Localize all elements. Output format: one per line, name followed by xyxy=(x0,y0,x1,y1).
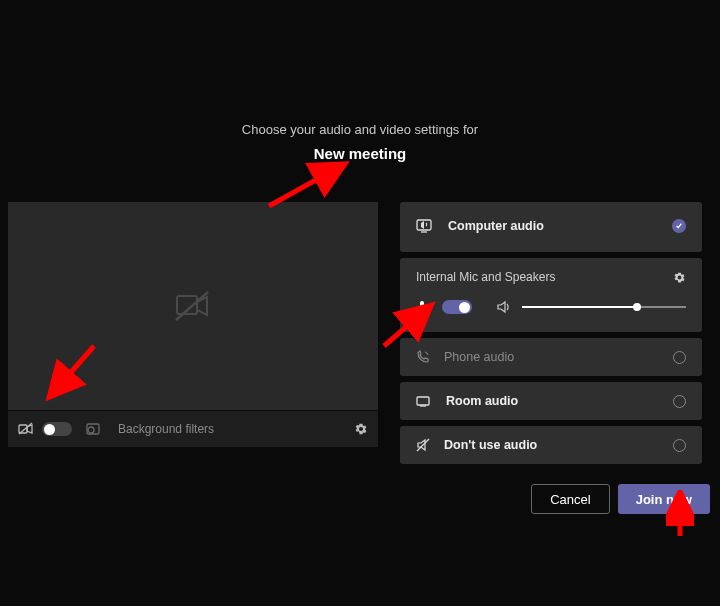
join-now-button[interactable]: Join now xyxy=(618,484,710,514)
audio-device-panel: Internal Mic and Speakers xyxy=(400,258,702,332)
no-audio-radio[interactable] xyxy=(673,439,686,452)
computer-audio-option[interactable]: Computer audio xyxy=(400,202,702,252)
video-settings-gear-icon[interactable] xyxy=(354,422,368,436)
volume-fill xyxy=(522,306,637,308)
microphone-icon xyxy=(416,300,428,314)
bg-filters-icon xyxy=(86,423,100,435)
audio-settings-gear-icon[interactable] xyxy=(673,271,686,284)
selected-check-icon xyxy=(672,219,686,233)
computer-audio-icon xyxy=(416,218,434,234)
svg-rect-8 xyxy=(420,301,424,308)
speaker-icon xyxy=(496,300,512,314)
svg-line-13 xyxy=(269,166,341,206)
phone-audio-option[interactable]: Phone audio xyxy=(400,338,702,376)
phone-icon xyxy=(416,350,430,364)
camera-off-small-icon xyxy=(18,422,34,436)
audio-device-label: Internal Mic and Speakers xyxy=(416,270,555,284)
meeting-title: New meeting xyxy=(0,145,720,162)
volume-thumb[interactable] xyxy=(633,303,641,311)
room-audio-label: Room audio xyxy=(446,394,518,408)
camera-off-icon xyxy=(174,290,212,322)
svg-point-4 xyxy=(88,427,94,433)
settings-subtitle: Choose your audio and video settings for xyxy=(0,122,720,137)
cancel-button[interactable]: Cancel xyxy=(531,484,609,514)
room-audio-option[interactable]: Room audio xyxy=(400,382,702,420)
room-icon xyxy=(416,395,432,407)
no-audio-option[interactable]: Don't use audio xyxy=(400,426,702,464)
phone-audio-radio[interactable] xyxy=(673,351,686,364)
volume-slider[interactable] xyxy=(522,306,686,308)
svg-rect-10 xyxy=(417,397,429,405)
video-preview xyxy=(8,202,378,410)
microphone-toggle[interactable] xyxy=(442,300,472,314)
room-audio-radio[interactable] xyxy=(673,395,686,408)
computer-audio-label: Computer audio xyxy=(448,219,544,233)
camera-toggle[interactable] xyxy=(42,422,72,436)
phone-audio-label: Phone audio xyxy=(444,350,514,364)
no-audio-icon xyxy=(416,438,430,452)
background-filters-button[interactable]: Background filters xyxy=(118,422,214,436)
no-audio-label: Don't use audio xyxy=(444,438,537,452)
